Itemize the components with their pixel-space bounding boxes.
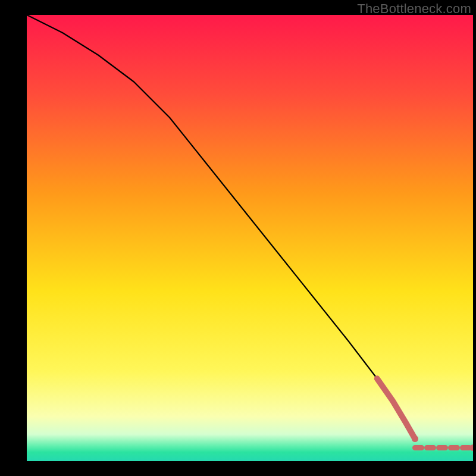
chart-plot-area: [27, 15, 473, 461]
watermark-text: TheBottleneck.com: [357, 1, 471, 17]
data-point-0: [412, 436, 418, 442]
chart-svg: [27, 15, 473, 461]
gradient-background: [27, 15, 473, 461]
